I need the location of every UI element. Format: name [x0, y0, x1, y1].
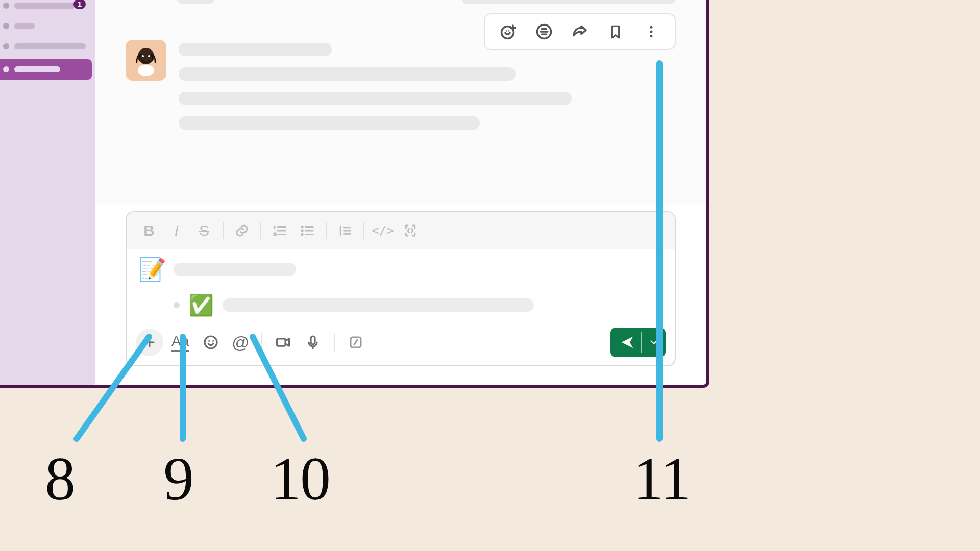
code-block-button[interactable]	[398, 218, 423, 243]
compose-text-line	[174, 263, 296, 276]
unread-badge: 1	[74, 0, 86, 9]
message-text-line	[177, 0, 215, 4]
send-button[interactable]	[610, 328, 666, 357]
message-text-line	[179, 116, 480, 130]
svg-point-4	[650, 26, 653, 29]
message-text-line	[179, 67, 516, 81]
svg-point-12	[302, 230, 303, 232]
ordered-list-button[interactable]	[267, 218, 292, 243]
svg-point-16	[213, 341, 213, 341]
check-emoji-icon: ✅	[188, 292, 214, 318]
bold-button[interactable]: B	[137, 218, 161, 243]
avatar[interactable]	[126, 40, 166, 81]
svg-point-13	[302, 234, 303, 235]
memo-emoji-icon: 📝	[139, 256, 165, 283]
compose-text-line	[223, 298, 534, 312]
callout-number-9: 9	[163, 444, 193, 514]
record-audio-button[interactable]	[299, 329, 327, 356]
attach-button[interactable]	[136, 329, 163, 356]
message	[177, 0, 676, 4]
sidebar-item[interactable]: 1	[0, 0, 95, 13]
svg-point-6	[650, 35, 653, 37]
hash-icon	[3, 43, 9, 49]
hash-icon	[3, 23, 9, 29]
svg-point-9	[142, 55, 144, 57]
mention-button[interactable]: @	[227, 329, 254, 356]
link-button[interactable]	[230, 218, 254, 243]
svg-point-15	[209, 341, 209, 341]
svg-rect-17	[277, 339, 286, 346]
svg-rect-18	[311, 336, 315, 344]
message	[126, 40, 676, 130]
sidebar-item-label	[14, 3, 76, 9]
svg-point-2	[509, 31, 510, 31]
reply-thread-icon[interactable]	[534, 21, 554, 42]
callout-number-10: 10	[271, 444, 330, 514]
conversation-pane: B I S </>	[95, 0, 706, 385]
channel-sidebar: 1	[0, 0, 95, 385]
sidebar-item-label	[14, 23, 35, 29]
bullet-list-button[interactable]	[295, 218, 320, 243]
compose-bottom-toolbar: Aa @	[127, 323, 675, 365]
callout-number-8: 8	[45, 444, 75, 514]
svg-point-14	[205, 336, 217, 348]
hash-icon	[3, 3, 9, 9]
formatting-toolbar: B I S </>	[127, 212, 675, 249]
message-text-line	[461, 0, 676, 4]
sidebar-item[interactable]	[0, 18, 95, 34]
sidebar-item-label	[14, 66, 60, 72]
svg-point-5	[650, 31, 653, 33]
svg-point-1	[506, 31, 506, 31]
svg-rect-8	[138, 65, 154, 76]
share-icon[interactable]	[570, 21, 590, 42]
strikethrough-button[interactable]: S	[192, 218, 216, 243]
blockquote-button[interactable]	[333, 218, 357, 243]
sidebar-item-selected[interactable]	[0, 59, 92, 80]
emoji-button[interactable]	[197, 329, 225, 356]
slash-shortcuts-button[interactable]	[342, 329, 370, 356]
chevron-down-icon[interactable]	[648, 337, 659, 348]
more-actions-icon[interactable]	[641, 21, 662, 42]
bookmark-icon[interactable]	[605, 21, 626, 42]
svg-point-10	[148, 55, 150, 57]
svg-point-11	[302, 226, 303, 228]
message-hover-actions	[484, 13, 676, 50]
message-text-line	[179, 92, 572, 105]
compose-text-area[interactable]: 📝 ✅	[127, 249, 675, 323]
toggle-formatting-button[interactable]: Aa	[172, 333, 189, 352]
send-icon	[620, 335, 635, 350]
bullet-icon	[174, 302, 180, 308]
sidebar-item-label	[14, 43, 86, 49]
code-button[interactable]: </>	[371, 218, 395, 243]
record-video-button[interactable]	[270, 329, 297, 356]
message-list	[95, 0, 706, 204]
add-reaction-icon[interactable]	[498, 21, 519, 42]
app-window: 1	[0, 0, 709, 388]
message-text-line	[179, 43, 332, 56]
hash-icon	[3, 66, 9, 72]
sidebar-item[interactable]	[0, 39, 95, 54]
callout-number-11: 11	[633, 444, 690, 514]
message-composer: B I S </>	[126, 211, 676, 366]
italic-button[interactable]: I	[164, 218, 189, 243]
